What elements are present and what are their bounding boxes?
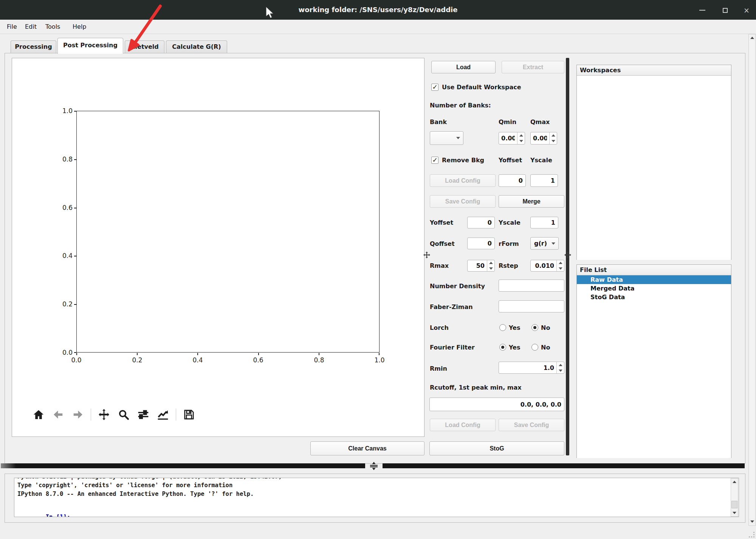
edit-axes-icon[interactable] (156, 408, 170, 421)
qmin-label: Qmin (499, 118, 516, 126)
horizontal-splitter[interactable] (1, 463, 365, 468)
menu-help[interactable]: Help (70, 20, 89, 34)
menu-edit[interactable]: Edit (22, 20, 40, 34)
remove-bkg-label: Remove Bkg (442, 157, 484, 164)
stog-save-config-button[interactable]: Save Config (499, 419, 564, 431)
scroll-down-icon[interactable] (731, 510, 738, 516)
tab-processing[interactable]: Processing (11, 40, 56, 53)
yoffset-label: Yoffset (430, 219, 453, 226)
rform-combobox-value: g(r) (531, 240, 548, 247)
menu-tools[interactable]: Tools (42, 20, 63, 34)
file-list-item-stog-data[interactable]: StoG Data (577, 293, 731, 301)
spin-down-icon[interactable] (557, 368, 564, 373)
configure-subplots-icon[interactable] (136, 408, 150, 421)
horizontal-splitter-handle[interactable] (367, 462, 380, 470)
close-button[interactable]: × (739, 5, 754, 16)
spin-up-icon[interactable] (487, 260, 494, 266)
spin-up-icon[interactable] (517, 132, 525, 138)
ipython-console[interactable]: Python 3.10.12 | packaged by conda-forge… (14, 478, 739, 517)
y-tick-label: 0.6 (57, 204, 73, 211)
home-icon[interactable] (32, 408, 45, 421)
file-list: Raw Data Merged Data StoG Data (577, 275, 731, 458)
y-tick (74, 111, 76, 112)
spin-down-icon[interactable] (517, 138, 525, 144)
yscale-field[interactable] (530, 217, 558, 228)
rform-combobox[interactable]: g(r) (530, 237, 559, 250)
tab-calculate-gr[interactable]: Calculate G(R) (166, 40, 227, 53)
tab-post-processing[interactable]: Post Processing (57, 38, 123, 54)
spin-up-icon[interactable] (550, 132, 557, 138)
qmax-spinbox[interactable] (530, 132, 557, 144)
fourier-yes-radio[interactable] (499, 344, 506, 351)
console-clipped-line: Python 3.10.12 | packaged by conda-forge… (17, 478, 282, 481)
bkg-save-config-button[interactable]: Save Config (430, 195, 496, 208)
clear-canvas-button[interactable]: Clear Canvas (310, 441, 424, 455)
stog-load-config-button[interactable]: Load Config (430, 419, 496, 431)
rcutoff-field[interactable] (429, 398, 564, 411)
number-density-field[interactable] (499, 280, 564, 292)
zoom-rect-icon[interactable] (117, 408, 130, 421)
remove-bkg-checkbox[interactable]: ✓ (431, 157, 438, 164)
use-default-workspace-label: Use Default Workspace (442, 84, 521, 91)
back-icon[interactable] (51, 408, 65, 421)
yoffset-header-label: Yoffset (499, 157, 522, 164)
x-tick (258, 353, 259, 355)
x-tick-label: 0.4 (190, 356, 205, 364)
pan-icon[interactable] (97, 408, 111, 421)
x-tick-label: 0.0 (69, 356, 84, 364)
rstep-spinbox[interactable] (530, 260, 564, 272)
prompt-end: ]: (63, 514, 70, 517)
main-scrollbar[interactable] (748, 34, 756, 526)
rmax-spinbox[interactable] (467, 260, 495, 272)
spin-down-icon[interactable] (550, 138, 557, 144)
fourier-yes-label: Yes (509, 344, 521, 351)
plot-canvas[interactable]: 1.0 0.8 0.6 0.4 0.2 0.0 0.0 0.2 0.4 0.6 … (12, 58, 424, 437)
lorch-no-radio[interactable] (531, 324, 538, 331)
rmin-spinbox[interactable] (499, 362, 564, 374)
maximize-button[interactable] (717, 5, 733, 16)
chevron-down-icon (453, 137, 463, 139)
console-scrollbar-thumb[interactable] (731, 501, 737, 508)
rmax-label: Rmax (430, 262, 449, 269)
qoffset-label: Qoffset (430, 240, 455, 247)
menu-file[interactable]: File (4, 20, 20, 34)
title-bar: working folder: /SNS/users/y8z/Dev/addie… (0, 0, 756, 20)
scroll-up-icon[interactable] (731, 479, 738, 485)
resize-grip-icon[interactable] (748, 531, 754, 537)
extract-button[interactable]: Extract (502, 61, 564, 73)
lorch-yes-radio[interactable] (499, 324, 506, 331)
qoffset-field[interactable] (467, 238, 495, 249)
forward-icon[interactable] (71, 408, 85, 421)
spin-up-icon[interactable] (557, 362, 564, 368)
file-list-item-merged-data[interactable]: Merged Data (577, 284, 731, 293)
vertical-splitter-handle[interactable] (564, 252, 571, 258)
stog-button[interactable]: StoG (429, 441, 564, 455)
x-tick (379, 353, 380, 355)
scroll-down-icon[interactable] (749, 519, 755, 525)
workspaces-list[interactable] (577, 76, 731, 260)
qmin-spinbox[interactable] (499, 132, 525, 144)
bank-label: Bank (430, 118, 447, 126)
merge-button[interactable]: Merge (499, 195, 564, 208)
save-icon[interactable] (182, 408, 196, 421)
fourier-no-radio[interactable] (531, 344, 538, 351)
minimize-button[interactable] (695, 5, 710, 16)
file-list-item-raw-data[interactable]: Raw Data (577, 275, 731, 284)
faber-ziman-field[interactable] (499, 300, 564, 312)
horizontal-splitter[interactable] (383, 463, 745, 468)
chevron-down-icon (548, 242, 558, 245)
y-tick (74, 304, 76, 305)
spin-down-icon[interactable] (557, 266, 564, 272)
bkg-load-config-button[interactable]: Load Config (430, 174, 496, 187)
bank-combobox[interactable] (430, 131, 463, 145)
load-button[interactable]: Load (431, 61, 496, 73)
vertical-splitter-handle[interactable] (423, 252, 430, 258)
yoffset-field[interactable] (467, 217, 495, 228)
use-default-workspace-checkbox[interactable]: ✓ (431, 84, 438, 91)
bkg-yscale-field[interactable] (530, 174, 558, 187)
bkg-yoffset-field[interactable] (499, 174, 526, 187)
scroll-up-icon[interactable] (749, 35, 755, 41)
check-icon: ✓ (432, 84, 437, 90)
spin-down-icon[interactable] (487, 266, 494, 272)
spin-up-icon[interactable] (557, 260, 564, 266)
